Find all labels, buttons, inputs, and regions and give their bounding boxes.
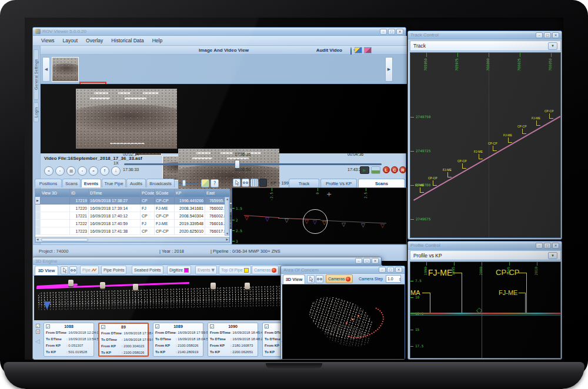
cursor-icon[interactable] [233,179,240,187]
event-marker[interactable]: ▽ [380,223,385,229]
tab-scans[interactable]: Scans [62,179,81,187]
close-button[interactable]: ✕ [552,32,559,38]
cameras-button[interactable]: Cameras [252,266,279,274]
col-scode[interactable]: SCode [155,189,175,197]
event-marker[interactable]: ▽ [285,217,289,223]
minimize-button[interactable]: – [379,267,386,273]
col-dtime[interactable]: DTime [89,189,141,197]
track-titlebar[interactable]: Track Control – ▢ ✕ [408,31,562,39]
rov-model[interactable] [100,282,105,289]
col-east[interactable]: East [205,189,230,197]
pipe-points-button[interactable]: Pipe Points [101,266,126,274]
cursor-icon[interactable] [61,266,68,274]
camera-left-button[interactable]: L [383,166,390,173]
maximize-button[interactable]: ▢ [387,267,394,273]
close-button[interactable]: ✕ [552,243,559,249]
maximize-button[interactable]: ▢ [388,29,395,35]
table-vscrollbar[interactable]: ▲ ▼ [225,197,229,236]
close-button[interactable]: ✕ [372,258,379,264]
minimize-button[interactable]: – [355,258,362,264]
close-button[interactable]: ✕ [396,29,403,35]
image-export-icon[interactable] [355,47,362,53]
menu-help[interactable]: Help [152,38,162,43]
event-marker[interactable]: ▽ [265,216,269,222]
maximize-button[interactable]: ▢ [363,258,370,264]
aoc-viewport[interactable] [282,284,405,359]
measure-icon[interactable] [250,179,258,187]
minimize-button[interactable]: – [380,29,387,35]
event-note-icon[interactable] [201,179,209,187]
tab-profile-vs-kp[interactable]: Profile Vs KP [320,179,357,187]
filmstrip-right-button[interactable]: ▶ [385,57,393,82]
tab-track[interactable]: Track [289,179,319,187]
col-pcode[interactable]: PCode [141,189,155,197]
maximize-button[interactable]: ▢ [544,243,551,249]
cursor-icon[interactable] [307,275,315,283]
profile-titlebar[interactable]: Profile Control – ▢ ✕ [408,242,562,250]
scan-card[interactable]: ✓ 1088 From DTime: 16/09/2018 12:24:08.0… [44,323,94,357]
maximize-button[interactable]: ▢ [544,32,551,38]
profile-options-button[interactable]: ▾ [548,252,557,259]
remove-selection-box[interactable]: ✕ [36,330,40,334]
event-marker[interactable]: ▽ [361,222,365,228]
step-back-button[interactable]: ‹ [55,166,65,176]
broadcast-button[interactable]: ▶ [360,166,369,174]
scan-card-selected[interactable]: ✓ 89 From DTime: 16/09/2018 17:38:47.000… [98,323,149,357]
tab-events[interactable]: Events [81,179,101,187]
tab-positions[interactable]: Positions [35,179,62,187]
aoc-3dview-tab[interactable]: 3D View [283,274,305,284]
spinner-down-icon[interactable]: ▾ [399,279,400,281]
aoc-cameras-button[interactable]: Cameras [326,274,353,283]
rov-model[interactable] [133,284,138,290]
tab-broadcasts[interactable]: Broadcasts [146,179,175,187]
tab-login[interactable]: Login [34,102,39,122]
filmstrip-left-button[interactable]: ◀ [42,57,50,82]
tab-scans-view[interactable]: Scans [358,179,405,187]
events-button[interactable]: Events▼ [195,266,217,274]
rov-model[interactable] [211,283,216,289]
scan-card[interactable]: ✓ 1089 From DTime: 16/09/2018 17:59:51.0… [153,323,203,357]
event-zoom-handle[interactable] [182,180,186,186]
top-of-pipe-button[interactable]: Top Of Pipe [219,266,251,274]
col-id[interactable]: ID [70,189,89,197]
menu-overlay[interactable]: Overlay [86,38,103,43]
play-button[interactable]: › [78,166,87,176]
speed-up-button[interactable]: ↑ [100,166,109,176]
rov-viewer-titlebar[interactable]: ROV Viewer 5.0.0.20 – ▢ ✕ [33,28,406,36]
help-icon[interactable]: ? [211,179,219,187]
camera-step-spinner[interactable]: 1.0 ▴ ▾ [386,275,401,283]
speed-down-button[interactable]: ↓ [111,166,121,176]
video-thumbnail[interactable] [52,57,79,82]
engine-3dview-tab[interactable]: 3D View [35,266,58,275]
skip-back-button[interactable]: « [44,166,54,176]
col-view3d[interactable]: View 3D [41,189,70,197]
seek-track[interactable] [124,163,382,165]
aoc-titlebar[interactable]: Area Of Concern – ▢ ✕ [281,266,405,274]
skip-forward-button[interactable]: » [89,166,98,176]
cards-prev-button[interactable]: ◁ [35,338,40,344]
camera-right-button[interactable]: R [399,166,406,173]
binoculars-icon[interactable] [316,275,323,283]
col-kp[interactable]: KP [175,189,205,197]
card-checkbox[interactable]: ✓ [265,324,269,328]
track-options-button[interactable]: ▾ [548,42,557,50]
scan-card[interactable]: ✓ 1090 From DTime: 16/09/2018 18:45:47.0… [208,323,258,357]
minimize-button[interactable]: – [536,32,543,38]
minimize-button[interactable]: – [536,243,543,249]
camera-center-button[interactable]: C [391,166,398,173]
tab-general-settings[interactable]: General Settings [34,49,39,100]
rov-model[interactable] [68,280,74,286]
menu-views[interactable]: Views [41,38,55,43]
seabed-points-button[interactable]: Seabed Points [132,266,163,274]
scans-chart[interactable]: -2.5 0 2.5 1.5 2 2.5 3 + ▽ ▽ ▽ ▽ [232,187,407,244]
binoculars-icon[interactable] [69,266,77,274]
track-chart[interactable]: 765950 765975 766000 766025 766050 27497… [410,52,561,238]
event-marker[interactable]: ▽ [245,215,249,221]
stop-button[interactable]: ■ [66,166,76,176]
rov-model[interactable] [245,283,250,289]
engine-titlebar[interactable]: 3D Engine – ▢ ✕ [33,257,381,265]
binoculars-icon[interactable] [242,179,249,187]
digitize-button[interactable]: Digitize [167,266,191,274]
menu-layout[interactable]: Layout [63,38,78,43]
video-frame-left[interactable] [76,89,177,149]
